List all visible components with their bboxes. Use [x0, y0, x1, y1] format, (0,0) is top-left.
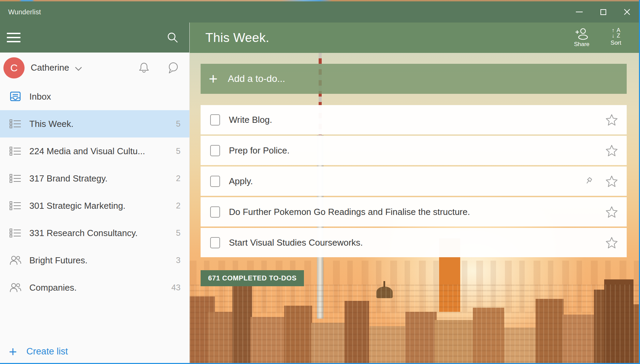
list-icon [9, 119, 22, 129]
chat-icon[interactable] [167, 61, 180, 74]
completed-todos-label: 671 COMPLETED TO-DOS [208, 274, 296, 282]
todo-row[interactable]: Prep for Police. [201, 136, 627, 165]
maximize-button[interactable] [591, 1, 615, 23]
title-bar: Wunderlist [0, 1, 639, 23]
todo-label: Write Blog. [229, 115, 272, 125]
share-icon [574, 28, 589, 40]
sidebar-item-224-media[interactable]: 224 Media and Visual Cultu... 5 [0, 137, 189, 165]
todo-checkbox[interactable] [210, 176, 220, 187]
sidebar-item-label: This Week. [29, 119, 74, 129]
list-header: This Week. Share ↑A ↓Z Sor [190, 23, 639, 53]
create-list-label: Create list [26, 346, 68, 357]
completed-todos-badge[interactable]: 671 COMPLETED TO-DOS [201, 270, 304, 286]
sidebar-item-label: Companies. [29, 282, 77, 293]
list-icon [9, 228, 22, 238]
todo-label: Prep for Police. [229, 145, 290, 156]
hamburger-icon [7, 33, 20, 34]
sidebar-item-331-research[interactable]: 331 Research Consultancy. 5 [0, 219, 189, 247]
page-title: This Week. [190, 31, 269, 45]
list-count: 43 [171, 283, 180, 292]
todo-checkbox[interactable] [210, 114, 220, 126]
minimize-icon [576, 12, 583, 12]
todo-row[interactable]: Apply. [201, 166, 627, 196]
list-count: 5 [176, 119, 180, 129]
share-button[interactable]: Share [574, 28, 589, 48]
star-icon[interactable] [606, 114, 618, 126]
create-list-button[interactable]: + Create list [9, 346, 68, 357]
plus-icon: + [9, 347, 17, 357]
sidebar-item-bright-futures[interactable]: Bright Futures. 3 [0, 247, 189, 274]
avatar-initial: C [10, 62, 18, 74]
add-todo-placeholder: Add a to-do... [228, 73, 285, 84]
sidebar-item-label: 224 Media and Visual Cultu... [29, 146, 145, 157]
sidebar-item-label: 301 Strategic Marketing. [29, 201, 126, 211]
list-count: 2 [176, 174, 180, 183]
share-label: Share [574, 41, 589, 48]
avatar[interactable]: C [3, 57, 25, 78]
pin-icon [584, 176, 593, 186]
star-icon[interactable] [606, 206, 618, 218]
sort-label: Sort [611, 40, 621, 46]
todo-checkbox[interactable] [210, 145, 220, 156]
people-icon [9, 282, 22, 293]
header-actions: Share ↑A ↓Z Sort [574, 28, 621, 48]
sidebar-item-companies[interactable]: Companies. 43 [0, 274, 189, 301]
star-icon[interactable] [606, 175, 618, 187]
sidebar-lists: Inbox This Week. 5 [0, 83, 189, 301]
add-todo-input[interactable]: + Add a to-do... [201, 64, 627, 94]
star-icon[interactable] [606, 145, 618, 156]
sidebar-header [0, 23, 189, 53]
chevron-down-icon[interactable] [75, 67, 82, 71]
todo-list: Write Blog. Prep for Police. [201, 105, 627, 257]
sidebar-item-317-brand[interactable]: 317 Brand Strategy. 2 [0, 165, 189, 192]
user-icons [138, 61, 180, 74]
todo-checkbox[interactable] [210, 206, 220, 218]
close-icon [624, 9, 630, 15]
main-panel: This Week. Share ↑A ↓Z Sor [190, 23, 639, 363]
sidebar-item-label: Bright Futures. [29, 255, 88, 266]
sort-button[interactable]: ↑A ↓Z Sort [611, 28, 621, 48]
todo-label: Do Further Pokemon Go Readings and Final… [229, 207, 470, 217]
close-button[interactable] [615, 1, 639, 23]
sidebar-item-label: Inbox [29, 91, 51, 102]
list-count: 3 [176, 256, 180, 265]
people-icon [9, 255, 22, 266]
window-controls [567, 1, 639, 23]
sidebar-item-this-week[interactable]: This Week. 5 [0, 110, 189, 137]
account-row[interactable]: C Catherine [0, 53, 189, 83]
sidebar-item-label: 331 Research Consultancy. [29, 228, 137, 238]
sort-icon: ↑A ↓Z [611, 28, 621, 39]
todo-row[interactable]: Write Blog. [201, 105, 627, 134]
search-icon[interactable] [166, 31, 179, 44]
todo-row[interactable]: Start Visual Studies Courseworks. [201, 228, 627, 257]
list-icon [9, 201, 22, 211]
todo-content: + Add a to-do... Write Blog. Prep for Po… [201, 64, 627, 363]
maximize-icon [600, 9, 606, 15]
hamburger-menu-button[interactable] [7, 33, 20, 42]
list-icon [9, 173, 22, 184]
inbox-icon [9, 90, 22, 103]
list-count: 5 [176, 228, 180, 238]
bell-icon[interactable] [138, 62, 150, 74]
sidebar: C Catherine [0, 23, 190, 363]
wunderlist-window: Wunderlist C Catherine [0, 0, 640, 364]
minimize-button[interactable] [567, 1, 591, 23]
plus-icon: + [209, 72, 218, 86]
todo-label: Start Visual Studies Courseworks. [229, 237, 363, 248]
list-count: 2 [176, 201, 180, 210]
user-name: Catherine [31, 62, 69, 73]
todo-checkbox[interactable] [210, 237, 220, 248]
list-count: 5 [176, 146, 180, 156]
sidebar-item-301-strategic[interactable]: 301 Strategic Marketing. 2 [0, 192, 189, 219]
todo-label: Apply. [229, 176, 253, 187]
app-title: Wunderlist [8, 8, 41, 16]
list-icon [9, 146, 22, 156]
star-icon[interactable] [606, 237, 618, 248]
todo-row[interactable]: Do Further Pokemon Go Readings and Final… [201, 197, 627, 227]
sidebar-item-label: 317 Brand Strategy. [29, 173, 107, 184]
sidebar-item-inbox[interactable]: Inbox [0, 83, 189, 110]
